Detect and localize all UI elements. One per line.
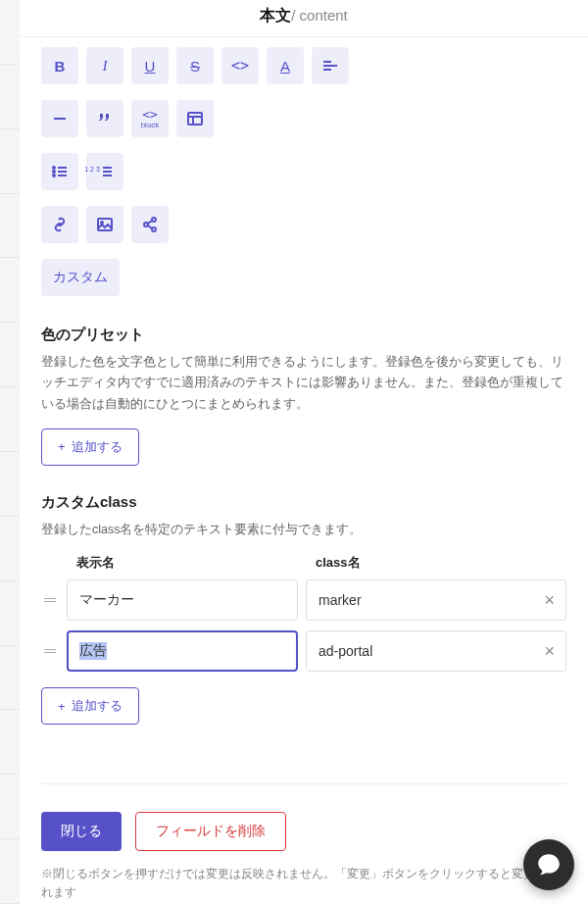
svg-point-20 [152,227,156,231]
close-button[interactable]: 閉じる [41,812,122,851]
table-button[interactable] [176,100,214,137]
chat-widget-button[interactable] [523,839,574,890]
modal-header: 本文/ content [20,0,588,37]
footer-buttons: 閉じる フィールドを削除 [41,812,566,851]
link-button[interactable] [41,206,78,243]
color-preset-section: 色のプリセット 登録した色を文字色として簡単に利用できるようにします。登録色を後… [41,326,566,466]
add-custom-class-button[interactable]: + 追加する [41,687,139,725]
svg-point-7 [53,167,55,169]
bullet-list-icon [51,163,69,180]
field-settings-modal: 本文/ content B I U S <> A <>block [20,0,588,904]
display-name-input[interactable] [67,630,298,672]
align-button[interactable] [312,47,349,84]
modal-title: 本文 [260,7,291,24]
divider [41,783,566,784]
drag-handle-icon[interactable] [41,649,59,653]
class-name-input[interactable] [306,630,566,672]
link-icon [51,216,69,233]
align-left-icon [321,57,339,75]
add-color-preset-button[interactable]: + 追加する [41,428,139,466]
plus-icon: + [58,699,66,714]
custom-button[interactable]: カスタム [41,259,120,296]
svg-point-19 [144,223,148,226]
strikethrough-button[interactable]: S [176,47,214,84]
share-button[interactable] [131,206,169,243]
svg-line-22 [148,226,152,228]
color-preset-desc: 登録した色を文字色として簡単に利用できるようにします。登録色を後から変更しても、… [41,352,566,415]
code-block-button[interactable]: <>block [131,100,169,137]
italic-button[interactable]: I [86,47,123,84]
svg-point-11 [53,175,55,176]
drag-handle-icon[interactable] [41,598,59,602]
modal-subtitle: / content [291,7,348,24]
share-icon [141,216,159,233]
col-display-name: 表示名 [76,554,316,572]
horizontal-rule-button[interactable] [41,100,78,137]
svg-point-18 [152,218,156,222]
svg-point-9 [53,171,55,173]
modal-body: B I U S <> A <>block [20,37,588,904]
underline-button[interactable]: U [131,47,169,84]
blockquote-button[interactable] [86,100,123,137]
rich-text-toolbar: B I U S <> A <>block [41,47,566,296]
footer-note: ※閉じるボタンを押すだけでは変更は反映されません。「変更」ボタンをクリックすると… [41,865,566,902]
svg-line-21 [148,221,152,224]
delete-field-button[interactable]: フィールドを削除 [135,812,286,851]
image-icon [96,216,114,233]
table-row: × [41,630,566,672]
table-header: 表示名 class名 [41,554,566,572]
table-icon [186,110,204,127]
text-color-button[interactable]: A [267,47,304,84]
chat-icon [536,852,562,878]
quote-icon [96,110,114,127]
ordered-list-button[interactable]: 1 2 3 [86,153,123,190]
bold-button[interactable]: B [41,47,78,84]
col-class-name: class名 [316,554,566,572]
custom-class-title: カスタムclass [41,493,566,512]
class-name-input[interactable] [306,579,566,621]
bullet-list-button[interactable] [41,153,78,190]
minus-icon [51,110,69,127]
image-button[interactable] [86,206,123,243]
color-preset-title: 色のプリセット [41,326,566,344]
table-row: × [41,579,566,621]
plus-icon: + [58,439,66,454]
custom-class-section: カスタムclass 登録したclass名を特定のテキスト要素に付与できます。 表… [41,493,566,725]
code-button[interactable]: <> [221,47,259,84]
svg-rect-4 [188,113,202,125]
clear-button[interactable]: × [540,586,559,615]
clear-button[interactable]: × [540,637,559,666]
custom-class-desc: 登録したclass名を特定のテキスト要素に付与できます。 [41,520,566,540]
display-name-input[interactable] [67,579,298,621]
